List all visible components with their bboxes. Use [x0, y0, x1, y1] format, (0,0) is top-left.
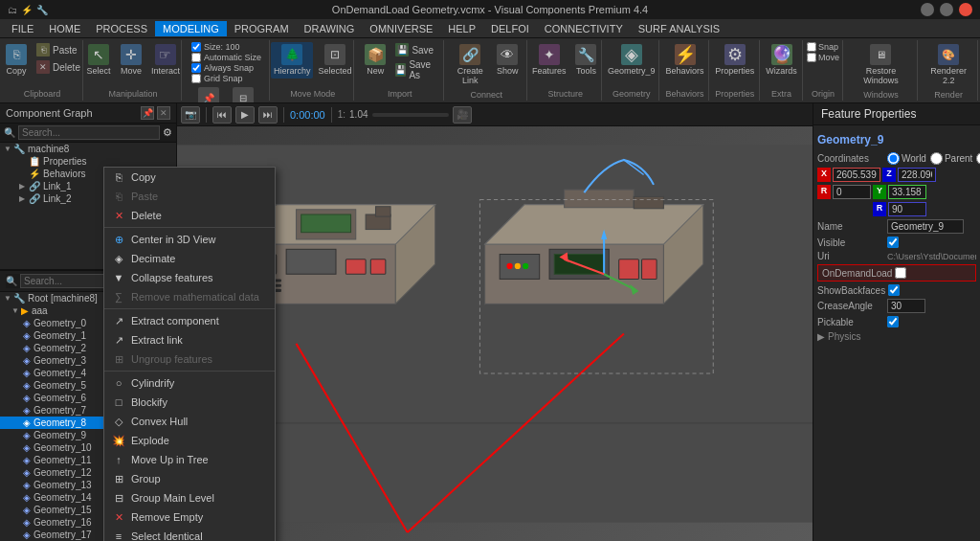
vp-camera-button[interactable]: 📷 — [181, 106, 200, 124]
ctx-explode[interactable]: 💥 Explode — [104, 431, 275, 450]
hierarchy-button[interactable]: 🌲 Hierarchy — [271, 42, 314, 79]
fp-x-input[interactable] — [833, 168, 880, 182]
fp-radio-parent[interactable]: Parent — [930, 152, 972, 165]
ctx-removemath-icon: ∑ — [112, 290, 125, 304]
properties-button[interactable]: ⚙ Properties — [712, 42, 757, 79]
ctx-removeempty[interactable]: ✕ Remove Empty — [104, 507, 275, 527]
fp-creaseangle-input[interactable] — [887, 299, 925, 313]
save-button[interactable]: 💾Save — [392, 42, 439, 57]
geometry-button[interactable]: ◈ Geometry_9 — [605, 42, 658, 79]
ctx-group[interactable]: ⊞ Group — [104, 469, 275, 488]
menu-item-file[interactable]: FILE — [4, 21, 41, 36]
ctx-groupmain[interactable]: ⊟ Group Main Level — [104, 488, 275, 507]
svg-marker-26 — [485, 205, 703, 245]
svg-line-42 — [565, 259, 605, 275]
cg-settings-button[interactable]: ⚙ — [163, 126, 172, 139]
menu-item-surf analysis[interactable]: SURF ANALYSIS — [631, 21, 727, 36]
ctx-delete[interactable]: ✕ Delete — [104, 206, 275, 225]
fp-name-input[interactable] — [887, 219, 964, 234]
ctx-blockify[interactable]: □ Blockify — [104, 393, 275, 412]
fp-radio-ob[interactable]: Ob — [976, 152, 980, 165]
ctx-decimate-label: Decimate — [131, 253, 175, 264]
ctx-extract-link[interactable]: ↗ Extract link — [104, 330, 275, 349]
ctx-moveup[interactable]: ↑ Move Up in Tree — [104, 450, 275, 469]
restorewindows-button[interactable]: 🖥 Restore Windows — [849, 42, 914, 88]
cg-item-machine8[interactable]: ▼ 🔧 machine8 — [0, 143, 176, 155]
fp-physics-collapse[interactable]: ▶ Physics — [817, 331, 976, 342]
svg-point-31 — [506, 263, 512, 269]
close-button[interactable] — [959, 3, 972, 16]
fp-ondemand-label: OnDemandLoad — [822, 268, 892, 279]
snap-button[interactable]: 📌Snap — [193, 85, 224, 103]
fp-radio-world[interactable]: World — [887, 152, 926, 165]
svg-rect-39 — [479, 199, 713, 373]
ctx-collapse[interactable]: ▼ Collapse features — [104, 268, 275, 287]
menu-item-connectivity[interactable]: CONNECTIVITY — [537, 21, 631, 36]
ctx-cylindrify[interactable]: ○ Cylindrify — [104, 373, 275, 393]
menu-item-omniverse[interactable]: OMNIVERSE — [362, 21, 440, 36]
ctx-extract-comp[interactable]: ↗ Extract component — [104, 311, 275, 330]
cg-close-button[interactable]: ✕ — [157, 106, 170, 120]
selected-button[interactable]: ⊡ Selected — [315, 42, 354, 79]
vp-play-button[interactable]: ▶ — [235, 106, 255, 124]
fp-z-input[interactable] — [898, 168, 936, 182]
cg-header-buttons: 📌 ✕ — [141, 106, 170, 120]
copy-button[interactable]: ⎘ Copy — [1, 42, 32, 79]
svg-rect-20 — [301, 214, 351, 233]
select-button[interactable]: ↖ Select — [83, 42, 114, 79]
tools-button[interactable]: 🔧 Tools — [570, 42, 601, 79]
vp-progress-bar[interactable] — [372, 113, 449, 117]
cg-pin-button[interactable]: 📌 — [141, 106, 154, 120]
cg-search-input[interactable] — [18, 125, 160, 140]
fp-pickable-checkbox[interactable] — [887, 316, 899, 327]
ctx-collapse-label: Collapse features — [131, 272, 213, 283]
menu-item-home[interactable]: HOME — [41, 21, 88, 36]
fp-rx-input[interactable] — [833, 185, 871, 199]
interact-button[interactable]: ☞ Interact — [148, 42, 183, 79]
ctx-paste-icon: ⎗ — [112, 190, 125, 203]
ctx-center3d[interactable]: ⊕ Center in 3D View — [104, 230, 275, 249]
ctx-convexhull[interactable]: ◇ Convex Hull — [104, 412, 275, 431]
behaviors-button[interactable]: ⚡ Behaviors — [663, 42, 707, 79]
ctx-ungroup: ⊞ Ungroup features — [104, 349, 275, 369]
move-button[interactable]: ✛ Move — [116, 42, 146, 79]
delete-button[interactable]: ✕Delete — [33, 59, 83, 75]
vp-next-button[interactable]: ⏭ — [258, 106, 278, 124]
ribbon-group-clipboard: ⎘ Copy ⎗Paste ✕Delete Clipboard — [2, 40, 83, 101]
fp-showbackfaces-checkbox[interactable] — [888, 284, 900, 296]
main-area: Component Graph 📌 ✕ 🔍 ⚙ ▼ 🔧 machine8 — [0, 103, 980, 541]
fp-rz-input[interactable] — [888, 202, 926, 216]
svg-rect-27 — [500, 255, 540, 280]
align-button[interactable]: ⊟Align — [228, 85, 258, 103]
fp-visible-checkbox[interactable] — [887, 237, 899, 248]
minimize-button[interactable] — [921, 3, 934, 16]
ctx-selectidentical[interactable]: ≡ Select Identical — [104, 527, 275, 541]
menu-item-process[interactable]: PROCESS — [88, 21, 155, 36]
vp-cam-icon[interactable]: 🎥 — [453, 106, 472, 124]
renderer-button[interactable]: 🎨 Renderer 2.2 — [924, 42, 973, 88]
ctx-decimate[interactable]: ◈ Decimate — [104, 249, 275, 268]
ctx-blockify-icon: □ — [112, 395, 125, 409]
menu-item-help[interactable]: HELP — [440, 21, 483, 36]
ctx-copy[interactable]: ⎘ Copy — [104, 168, 275, 187]
ctx-center3d-label: Center in 3D View — [131, 234, 215, 245]
vp-prev-button[interactable]: ⏮ — [212, 106, 232, 124]
createlink-button[interactable]: 🔗 Create Link — [450, 42, 490, 88]
svg-marker-45 — [559, 252, 568, 261]
fp-ry-input[interactable] — [888, 185, 926, 199]
menu-item-delfoi[interactable]: DELFOI — [483, 21, 537, 36]
wizards-button[interactable]: 🔮 Wizards — [763, 42, 800, 79]
menu-item-modeling[interactable]: MODELING — [155, 21, 227, 36]
new-button[interactable]: 📦 New — [360, 42, 390, 79]
geometry-label: Geometry_9 — [608, 67, 656, 77]
features-button[interactable]: ✦ Features — [529, 42, 569, 79]
paste-button[interactable]: ⎗Paste — [33, 42, 83, 57]
menu-item-drawing[interactable]: DRAWING — [297, 21, 363, 36]
fp-ondemand-checkbox[interactable] — [895, 267, 906, 279]
ribbon-group-render: 🎨 Renderer 2.2 Render — [920, 40, 978, 101]
menu-item-program[interactable]: PROGRAM — [227, 21, 297, 36]
maximize-button[interactable] — [940, 3, 953, 16]
show-button[interactable]: 👁 Show — [492, 42, 523, 79]
hier-geo5-label: Geometry_5 — [33, 380, 86, 391]
saveas-button[interactable]: 💾Save As — [392, 58, 439, 81]
